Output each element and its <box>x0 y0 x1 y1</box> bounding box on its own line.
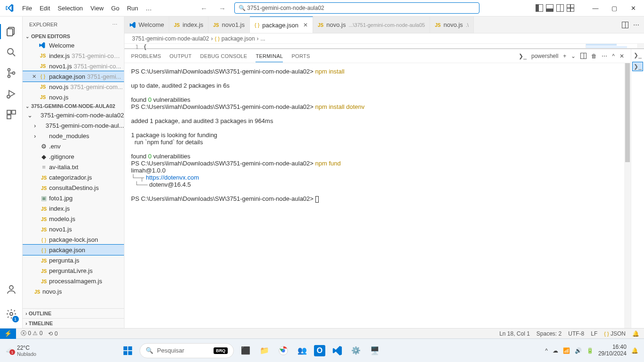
timeline-header[interactable]: › TIMELINE <box>23 318 124 328</box>
tree-file[interactable]: ◆.gitignore <box>23 151 124 162</box>
tree-file[interactable]: JSprocessaImagem.js <box>23 276 124 286</box>
close-panel-icon[interactable]: ✕ <box>619 53 624 59</box>
panel-tab-output[interactable]: OUTPUT <box>170 50 192 62</box>
menu-go[interactable]: Go <box>108 3 123 14</box>
tree-file[interactable]: { }package.json <box>23 245 124 255</box>
editor-tab[interactable]: Welcome <box>124 16 169 33</box>
panel-tab-ports[interactable]: PORTS <box>291 50 310 62</box>
tree-file[interactable]: ▣foto1.jpg <box>23 193 124 203</box>
editor-tab[interactable]: JSnovo.js.\ <box>430 16 474 33</box>
terminal-dropdown-icon[interactable]: ⌄ <box>571 53 576 59</box>
toggle-secondary-sidebar-icon[interactable] <box>556 4 564 12</box>
open-editor-item[interactable]: ✕JSnovo.js3751-gemini-com... <box>23 82 124 92</box>
menu-selection[interactable]: Selection <box>54 3 86 14</box>
vscode-taskbar-icon[interactable] <box>330 344 344 358</box>
open-editors-header[interactable]: ⌄ OPEN EDITORS <box>23 33 124 40</box>
tree-file[interactable]: JSconsultaDestino.js <box>23 182 124 193</box>
panel-more-icon[interactable]: ⋯ <box>602 53 607 59</box>
tree-file[interactable]: ≡av-italia.txt <box>23 162 124 172</box>
editor-tab[interactable]: JSnovo.js...\3751-gemini-com-node-aula05 <box>313 16 430 33</box>
breadcrumb-file[interactable]: package.json <box>222 35 255 42</box>
file-explorer-icon[interactable]: 📁 <box>257 344 272 358</box>
editor-body[interactable]: 1 { <box>124 44 644 49</box>
status-encoding[interactable]: UTF-8 <box>568 330 584 337</box>
folder-root-header[interactable]: ⌄ 3751-GEMINI-COM-NODE-AULA02 <box>23 102 124 110</box>
maximize-panel-icon[interactable]: ^ <box>612 53 615 59</box>
breadcrumb[interactable]: 3751-gemini-com-node-aula02 › { } packag… <box>124 33 644 44</box>
taskbar-weather[interactable]: ☁️1 22°C Nublado <box>0 345 42 357</box>
terminal-body[interactable]: PS C:\Users\limah\Downloads\SW\3751-gemi… <box>124 63 631 328</box>
more-actions-icon[interactable]: ⋯ <box>633 21 639 28</box>
task-view-icon[interactable]: ⬛ <box>239 344 253 358</box>
status-problems[interactable]: ⓧ 0 ⚠ 0 <box>21 329 42 337</box>
menu-edit[interactable]: Edit <box>36 3 53 14</box>
teams-icon[interactable]: 👥 <box>295 344 309 358</box>
status-spaces[interactable]: Spaces: 2 <box>537 330 561 337</box>
split-terminal-icon[interactable] <box>580 53 586 59</box>
editor-tab[interactable]: JSindex.js <box>169 16 208 33</box>
editor-tab[interactable]: JSnovo1.js <box>208 16 250 33</box>
activity-settings[interactable]: 1 <box>0 304 23 324</box>
nav-forward-icon[interactable]: → <box>216 3 229 13</box>
outlook-icon[interactable]: O <box>314 345 325 356</box>
customize-layout-icon[interactable] <box>567 4 574 12</box>
panel-tab-terminal[interactable]: TERMINAL <box>256 50 283 62</box>
terminal-scrollbar[interactable] <box>624 63 631 328</box>
open-editor-item[interactable]: ✕Welcome <box>23 40 124 50</box>
activity-run-debug[interactable] <box>0 83 23 104</box>
status-cursor[interactable]: Ln 18, Col 1 <box>499 330 530 337</box>
battery-icon[interactable]: 🔋 <box>586 347 594 354</box>
activity-search[interactable] <box>0 42 23 63</box>
activity-extensions[interactable] <box>0 104 23 125</box>
split-editor-icon[interactable] <box>622 22 628 28</box>
editor-scrollbar[interactable] <box>637 44 644 48</box>
menu-file[interactable]: File <box>19 3 35 14</box>
toggle-panel-icon[interactable] <box>546 4 553 12</box>
tree-file[interactable]: JSmodelo.js <box>23 214 124 224</box>
nav-back-icon[interactable]: ← <box>198 3 210 13</box>
tree-file[interactable]: JSindex.js <box>23 203 124 214</box>
toggle-primary-sidebar-icon[interactable] <box>536 4 543 12</box>
editor-content[interactable]: { <box>143 44 147 48</box>
start-button[interactable] <box>121 344 135 358</box>
notifications-icon[interactable]: 🔔 <box>631 347 638 354</box>
app-icon[interactable]: 🖥️ <box>368 344 382 358</box>
editor-tab[interactable]: { }package.json✕ <box>250 16 313 33</box>
tree-file[interactable]: JScategorizador.js <box>23 172 124 182</box>
minimap[interactable] <box>586 44 637 49</box>
taskbar-search[interactable]: 🔍Pesquisar BRQ <box>140 343 234 358</box>
tree-file[interactable]: JSperguntaLivre.js <box>23 265 124 276</box>
panel-tab-debug[interactable]: DEBUG CONSOLE <box>200 50 248 62</box>
kill-terminal-icon[interactable]: 🗑 <box>591 53 597 59</box>
command-center-search[interactable]: 🔍 3751-gemini-com-node-aula02 <box>234 2 479 14</box>
outline-header[interactable]: › OUTLINE <box>23 308 124 318</box>
volume-icon[interactable]: 🔊 <box>575 347 582 354</box>
remote-indicator[interactable]: ⚡ <box>0 329 16 339</box>
tray-clock[interactable]: 16:40 29/10/2024 <box>598 344 627 356</box>
wifi-icon[interactable]: 📶 <box>563 347 570 354</box>
open-editor-item[interactable]: ✕JSnovo.js <box>23 92 124 102</box>
tree-folder[interactable]: ›node_modules <box>23 131 124 141</box>
window-close-button[interactable]: ✕ <box>626 2 640 14</box>
close-icon[interactable]: ✕ <box>32 74 39 80</box>
tree-folder[interactable]: ›3751-gemini-com-node-aul... <box>23 120 124 131</box>
activity-accounts[interactable] <box>0 279 23 300</box>
panel-tab-problems[interactable]: PROBLEMS <box>131 50 161 62</box>
open-editor-item[interactable]: ✕{ }package.json3751-gemi... <box>23 71 124 82</box>
open-editor-item[interactable]: ✕JSindex.js3751-gemini-com... <box>23 50 124 61</box>
status-ports[interactable]: ⟲ 0 <box>48 330 58 337</box>
tray-overflow-icon[interactable]: ^ <box>545 347 548 354</box>
breadcrumb-more[interactable]: ... <box>261 35 265 42</box>
explorer-more-icon[interactable]: ⋯ <box>112 22 117 28</box>
activity-explorer[interactable] <box>0 21 23 42</box>
menu-view[interactable]: View <box>87 3 107 14</box>
tree-file[interactable]: JSpergunta.js <box>23 255 124 265</box>
status-eol[interactable]: LF <box>591 330 597 337</box>
breadcrumb-folder[interactable]: 3751-gemini-com-node-aula02 <box>132 35 209 42</box>
status-language[interactable]: { } JSON <box>604 330 626 337</box>
new-terminal-icon[interactable]: + <box>563 53 566 59</box>
tree-file[interactable]: JSnovo1.js <box>23 224 124 234</box>
window-maximize-button[interactable]: ▢ <box>607 2 621 14</box>
tree-file[interactable]: ⚙.env <box>23 141 124 151</box>
settings-taskbar-icon[interactable]: ⚙️ <box>349 344 363 358</box>
